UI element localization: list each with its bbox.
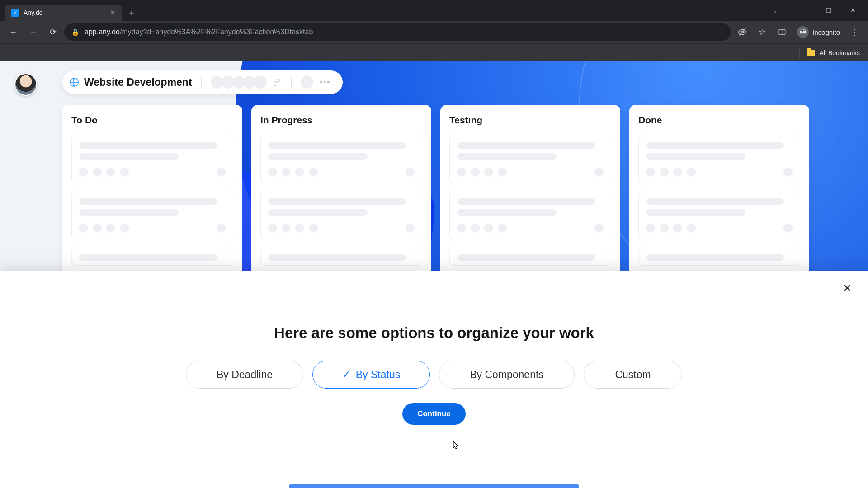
card-placeholder[interactable]	[71, 191, 233, 239]
tab-title: Any.do	[24, 9, 43, 16]
onboarding-modal: ✕ Here are some options to organize your…	[0, 271, 868, 488]
modal-title: Here are some options to organize your w…	[0, 324, 868, 342]
window-maximize-icon[interactable]: ❐	[816, 3, 841, 18]
bookmark-star-icon[interactable]: ☆	[754, 23, 771, 41]
members-placeholder[interactable]	[211, 76, 267, 89]
column-title: Testing	[449, 115, 611, 126]
more-icon[interactable]: •••	[318, 78, 333, 87]
browser-menu-icon[interactable]: ⋮	[846, 23, 863, 41]
card-placeholder[interactable]	[71, 135, 233, 183]
organize-options: ✓ By Deadline ✓ By Status ✓ By Component…	[0, 361, 868, 389]
column-todo: To Do	[62, 105, 242, 282]
browser-toolbar: ← → ⟳ 🔒 app.any.do/myday?d=anydo%3A%2F%2…	[0, 21, 868, 43]
continue-button[interactable]: Continue	[402, 403, 466, 425]
new-tab-button[interactable]: ＋	[122, 5, 141, 21]
card-placeholder[interactable]	[260, 135, 422, 183]
column-testing: Testing	[440, 105, 620, 282]
option-custom[interactable]: ✓ Custom	[584, 361, 682, 389]
link-icon[interactable]	[271, 77, 282, 88]
tab-search-chevron-icon[interactable]: ⌄	[772, 0, 778, 21]
option-by-deadline[interactable]: ✓ By Deadline	[186, 361, 303, 389]
header-separator	[201, 76, 202, 89]
column-inprogress: In Progress	[251, 105, 431, 282]
check-icon: ✓	[342, 369, 350, 380]
tracking-off-icon[interactable]	[734, 23, 751, 41]
card-placeholder[interactable]	[449, 247, 611, 266]
board-header: Website Development •••	[62, 70, 343, 94]
option-label: Custom	[615, 369, 651, 381]
incognito-icon: 🕶	[797, 26, 809, 38]
option-label: By Deadline	[217, 369, 273, 381]
board-columns: To Do In Progress Testin	[62, 105, 809, 282]
card-placeholder[interactable]	[260, 247, 422, 266]
globe-icon	[69, 77, 80, 88]
nav-reload-button[interactable]: ⟳	[44, 23, 61, 41]
card-placeholder[interactable]	[638, 191, 800, 239]
column-done: Done	[629, 105, 809, 282]
browser-tab-strip: ✓ Any.do ✕ ＋ ⌄ ― ❐ ✕	[0, 0, 868, 21]
svg-rect-2	[779, 29, 785, 35]
all-bookmarks-link[interactable]: All Bookmarks	[820, 49, 860, 56]
address-bar[interactable]: 🔒 app.any.do/myday?d=anydo%3A%2F%2Fanydo…	[64, 23, 731, 41]
header-action-placeholder[interactable]	[301, 76, 313, 89]
close-tab-icon[interactable]: ✕	[110, 9, 116, 17]
card-placeholder[interactable]	[449, 191, 611, 239]
bookmarks-folder-icon	[807, 50, 815, 56]
card-placeholder[interactable]	[638, 135, 800, 183]
browser-tab-active[interactable]: ✓ Any.do ✕	[5, 5, 122, 21]
tab-favicon: ✓	[11, 9, 19, 17]
nav-back-button[interactable]: ←	[5, 23, 22, 41]
card-placeholder[interactable]	[260, 191, 422, 239]
column-title: In Progress	[260, 115, 422, 126]
bookmarks-bar: All Bookmarks	[0, 43, 868, 61]
header-separator-2	[291, 76, 292, 89]
option-by-status[interactable]: ✓ By Status	[312, 361, 430, 389]
lock-icon: 🔒	[71, 28, 79, 36]
incognito-label: Incognito	[812, 28, 840, 36]
side-panel-icon[interactable]	[774, 23, 791, 41]
window-close-icon[interactable]: ✕	[841, 3, 865, 18]
continue-label: Continue	[417, 409, 451, 418]
window-controls: ― ❐ ✕	[792, 0, 865, 21]
nav-forward-button[interactable]: →	[24, 23, 42, 41]
user-avatar[interactable]	[14, 73, 37, 96]
option-label: By Status	[356, 369, 400, 381]
bookmarks-separator	[799, 48, 800, 58]
progress-indicator	[289, 484, 579, 488]
url-path: /myday?d=anydo%3A%2F%2Fanydo%3Faction%3D…	[120, 28, 313, 36]
board-title: Website Development	[84, 76, 192, 89]
incognito-indicator[interactable]: 🕶 Incognito	[793, 26, 844, 38]
option-by-components[interactable]: ✓ By Components	[439, 361, 575, 389]
column-title: To Do	[71, 115, 233, 126]
card-placeholder[interactable]	[71, 247, 233, 266]
app-viewport: Website Development ••• To Do In Progres…	[0, 61, 868, 488]
modal-close-button[interactable]: ✕	[839, 280, 855, 296]
window-minimize-icon[interactable]: ―	[792, 3, 816, 18]
url-domain: app.any.do	[85, 28, 120, 36]
card-placeholder[interactable]	[638, 247, 800, 266]
card-placeholder[interactable]	[449, 135, 611, 183]
mouse-cursor-icon	[451, 441, 459, 453]
column-title: Done	[638, 115, 800, 126]
option-label: By Components	[470, 369, 544, 381]
